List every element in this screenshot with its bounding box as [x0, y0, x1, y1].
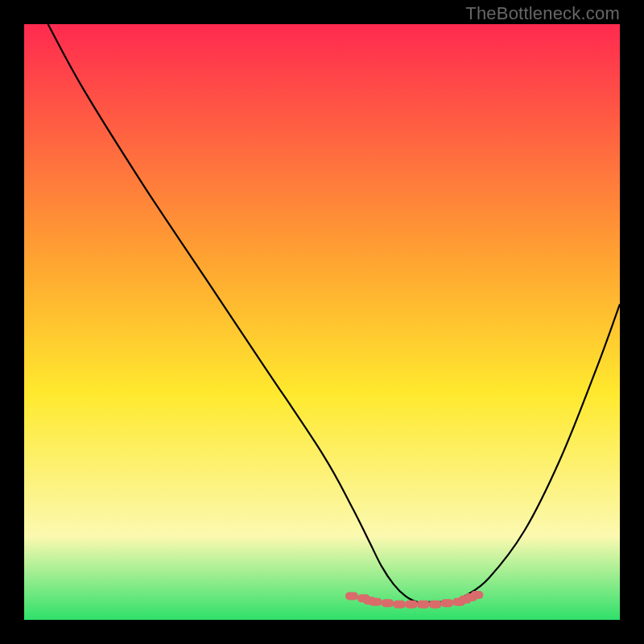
watermark-text: TheBottleneck.com [465, 3, 620, 24]
bottleneck-curve [48, 24, 620, 602]
bottom-band-marker [405, 601, 418, 609]
bottom-band-marker [369, 598, 382, 606]
bottom-band-marker [393, 601, 406, 609]
bottom-band-marker [470, 591, 483, 599]
chart-stage: TheBottleneck.com [0, 0, 644, 644]
bottom-band-marker [429, 601, 442, 609]
bottom-band-marker [381, 599, 394, 607]
bottom-band-marker [417, 601, 430, 609]
bottom-band-marker [345, 592, 358, 600]
bottom-band-markers [345, 591, 483, 609]
curve-layer [24, 24, 620, 620]
bottom-band-marker [440, 599, 453, 607]
plot-area [24, 24, 620, 620]
